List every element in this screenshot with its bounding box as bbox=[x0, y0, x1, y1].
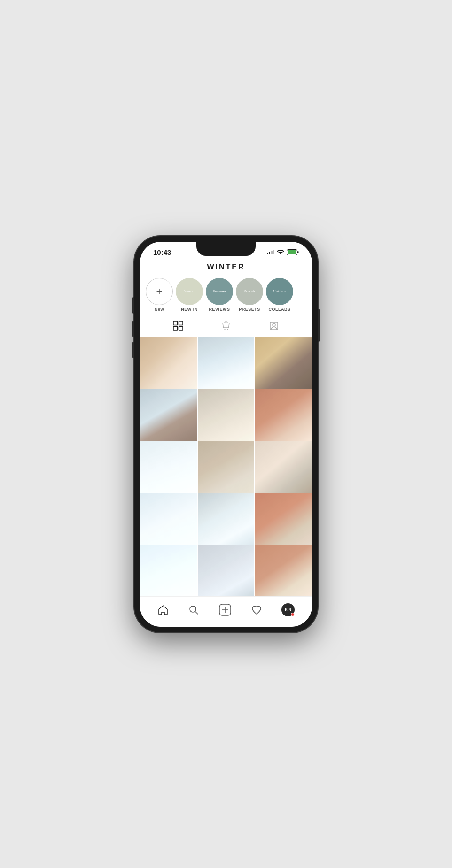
status-time: 10:43 bbox=[153, 248, 171, 256]
tab-grid[interactable] bbox=[171, 319, 185, 333]
avatar-notification-dot bbox=[291, 613, 295, 616]
story-item-reviews[interactable]: Reviews REVIEWS bbox=[206, 278, 233, 312]
grid-cell-6[interactable] bbox=[255, 389, 312, 446]
tab-shop[interactable] bbox=[219, 319, 233, 333]
signal-icon bbox=[267, 250, 275, 254]
story-label-new-in: NEW IN bbox=[181, 307, 198, 312]
avatar-initials: KIN bbox=[285, 608, 291, 611]
grid-cell-1[interactable] bbox=[140, 337, 197, 394]
avatar-circle[interactable]: KIN bbox=[281, 603, 295, 616]
svg-line-12 bbox=[195, 611, 198, 614]
grid-icon bbox=[173, 321, 183, 331]
app-header: WINTER bbox=[140, 259, 312, 274]
grid-cell-2[interactable] bbox=[198, 337, 255, 394]
story-item-new[interactable]: + New bbox=[146, 278, 173, 312]
nav-likes[interactable] bbox=[247, 602, 266, 617]
story-item-new-in[interactable]: New In NEW IN bbox=[176, 278, 203, 312]
shop-icon bbox=[221, 321, 231, 331]
nav-add[interactable] bbox=[215, 602, 235, 618]
story-circle-new[interactable]: + bbox=[146, 278, 173, 305]
add-icon bbox=[219, 604, 231, 616]
grid-cell-13[interactable] bbox=[140, 545, 197, 596]
heart-icon bbox=[251, 604, 262, 615]
svg-point-10 bbox=[273, 323, 275, 326]
stories-row: + New New In NEW IN Reviews REVIEWS bbox=[140, 274, 312, 314]
phone-frame: 10:43 WINTER bbox=[134, 236, 318, 632]
svg-rect-5 bbox=[173, 326, 178, 330]
battery-icon bbox=[287, 249, 299, 255]
grid-cell-10[interactable] bbox=[140, 493, 197, 550]
story-circle-text-new-in: New In bbox=[183, 289, 195, 294]
story-label-new: New bbox=[155, 307, 164, 312]
nav-profile[interactable]: KIN bbox=[278, 601, 298, 618]
phone-screen: 10:43 WINTER bbox=[140, 242, 312, 627]
svg-point-8 bbox=[227, 329, 228, 330]
nav-search[interactable] bbox=[184, 602, 203, 617]
grid-cell-11[interactable] bbox=[198, 493, 255, 550]
story-circle-text-reviews: Reviews bbox=[212, 289, 226, 294]
grid-cell-4[interactable] bbox=[140, 389, 197, 446]
grid-cell-7[interactable] bbox=[140, 441, 197, 498]
notch bbox=[196, 242, 256, 256]
bottom-nav: KIN bbox=[140, 596, 312, 627]
grid-cell-15[interactable] bbox=[255, 545, 312, 596]
story-item-presets[interactable]: Presets PRESETS bbox=[236, 278, 263, 312]
grid-cell-8[interactable] bbox=[198, 441, 255, 498]
photo-grid bbox=[140, 337, 312, 596]
story-circle-collabs[interactable]: Collabs bbox=[266, 278, 293, 305]
svg-rect-4 bbox=[179, 321, 183, 325]
nav-home[interactable] bbox=[154, 602, 172, 617]
svg-rect-1 bbox=[288, 250, 296, 254]
story-label-collabs: COLLABS bbox=[269, 307, 291, 312]
status-icons bbox=[267, 249, 299, 255]
content-tab-bar bbox=[140, 314, 312, 337]
app-title: WINTER bbox=[207, 263, 245, 271]
story-circle-presets[interactable]: Presets bbox=[236, 278, 263, 305]
story-circle-text-presets: Presets bbox=[243, 289, 256, 294]
grid-cell-14[interactable] bbox=[198, 545, 255, 596]
svg-rect-6 bbox=[179, 326, 183, 330]
story-label-presets: PRESETS bbox=[239, 307, 260, 312]
story-circle-text-collabs: Collabs bbox=[273, 289, 286, 294]
story-item-collabs[interactable]: Collabs COLLABS bbox=[266, 278, 293, 312]
grid-cell-5[interactable] bbox=[198, 389, 255, 446]
wifi-icon bbox=[277, 249, 284, 255]
tab-profile[interactable] bbox=[267, 319, 281, 333]
grid-cell-12[interactable] bbox=[255, 493, 312, 550]
svg-rect-2 bbox=[297, 251, 299, 253]
home-icon bbox=[157, 604, 169, 615]
profile-tab-icon bbox=[269, 321, 279, 331]
story-label-reviews: REVIEWS bbox=[209, 307, 230, 312]
svg-rect-3 bbox=[173, 321, 178, 325]
story-circle-reviews[interactable]: Reviews bbox=[206, 278, 233, 305]
svg-point-7 bbox=[224, 329, 225, 330]
plus-icon: + bbox=[156, 286, 163, 297]
search-icon bbox=[188, 604, 199, 615]
story-circle-new-in[interactable]: New In bbox=[176, 278, 203, 305]
grid-cell-3[interactable] bbox=[255, 337, 312, 394]
grid-cell-9[interactable] bbox=[255, 441, 312, 498]
